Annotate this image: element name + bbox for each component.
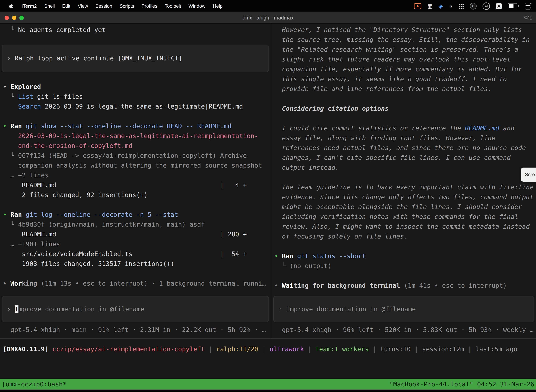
menu-scripts[interactable]: Scripts	[116, 4, 138, 9]
branch-glyph: └	[10, 221, 14, 228]
screen-share-pill[interactable]: Scre	[521, 168, 536, 182]
prompt-glyph: ›	[7, 305, 11, 313]
text-cursor: I	[14, 305, 19, 313]
omx-ralph-counter: ralph:11/20	[216, 345, 258, 353]
blue-app-icon[interactable]: ◈	[439, 3, 443, 9]
branch-glyph: └	[10, 26, 14, 33]
omx-branch: cczip/essay/ai-reimplementation-copyleft	[53, 345, 205, 353]
input-placeholder: Improve documentation in @filename	[286, 305, 416, 313]
reasoning-heading: Considering citation options	[274, 104, 536, 113]
bullet-glyph: •	[3, 280, 7, 287]
gauge-icon[interactable]: .61	[483, 2, 490, 10]
minimize-button[interactable]	[12, 16, 16, 20]
no-agents-text: No agents completed yet	[18, 26, 106, 33]
readme-link: README.md	[465, 125, 499, 132]
close-button[interactable]	[5, 16, 9, 20]
screen-recording-indicator-icon[interactable]	[414, 3, 421, 9]
list-label: List	[18, 93, 34, 100]
control-center-icon[interactable]	[525, 3, 531, 9]
prompt-glyph: ›	[278, 305, 282, 313]
omx-team: team:1 workers	[315, 345, 368, 353]
battery-icon[interactable]	[508, 3, 519, 9]
dark-app-icon[interactable]: ◑	[449, 3, 452, 9]
menu-help[interactable]: Help	[209, 4, 226, 9]
working-shimmer: Wor	[10, 280, 22, 287]
menu-window[interactable]: Window	[185, 4, 209, 9]
git-log-command: git log --oneline --decorate -n 5 --stat	[26, 211, 178, 218]
show-more-line: … +2 lines	[3, 170, 271, 180]
log-more-line: … +1901 lines	[3, 239, 271, 249]
reasoning-paragraph-1: However, I noticed the "Directory Struct…	[274, 25, 536, 94]
bullet-glyph: •	[274, 252, 278, 260]
bullet-glyph: •	[274, 282, 278, 289]
prompt-glyph: ›	[7, 55, 11, 62]
tmux-session-window: [omx-cczip0:bash*	[2, 381, 67, 388]
bullet-glyph: •	[3, 83, 7, 90]
omx-mode: ultrawork	[270, 345, 304, 353]
right-terminal-pane[interactable]: However, I noticed the "Directory Struct…	[271, 23, 536, 338]
menu-shell[interactable]: Shell	[41, 4, 58, 9]
show-arg-line-2: and-the-erosion-of-copyleft.md	[3, 141, 271, 151]
no-agents-line: └No agents completed yet	[3, 25, 271, 35]
omx-session-time: session:12m	[422, 345, 464, 353]
ran-git-status-line: •Rangit status --short	[274, 251, 536, 261]
show-stat-line: README.md | 4 +	[3, 180, 271, 190]
keyboard-icon[interactable]: ▦	[427, 3, 433, 9]
right-session-status: gpt-5.4 xhigh · 96% left · 520K in · 5.8…	[274, 325, 536, 335]
traffic-lights	[0, 16, 24, 20]
tmux-status-bar: [omx-cczip0:bash* "MacBook-Pro-44.local"…	[0, 379, 536, 390]
search-arg: 2026-03-09-is-legal-the-same-as-legitima…	[45, 103, 243, 110]
working-status-line: •Working(11m 13s • esc to interrupt) · 1…	[3, 279, 271, 288]
branch-glyph: └	[10, 93, 14, 100]
inject-banner: ›Ralph loop active continue [OMX_TMUX_IN…	[2, 45, 269, 72]
log-stat-line-1: README.md | 280 +	[3, 229, 271, 239]
terminal-window: └No agents completed yet ›Ralph loop act…	[0, 23, 536, 392]
menu-session[interactable]: Session	[92, 4, 116, 9]
app-grid-icon[interactable]	[458, 3, 464, 9]
show-commit-wrap-line: companion analysis without altering the …	[3, 160, 271, 170]
input-source-icon[interactable]: A	[496, 3, 502, 9]
input-placeholder: mprove documentation in @filename	[19, 305, 144, 313]
screen-bottom-gap	[0, 390, 536, 392]
tmux-host-clock: "MacBook-Pro-44.local" 04:52 31-Mar-26	[389, 381, 534, 388]
left-session-status: gpt-5.4 xhigh · main · 91% left · 2.31M …	[3, 325, 271, 335]
terminal-panes: └No agents completed yet ›Ralph loop act…	[0, 23, 536, 338]
right-prompt-input[interactable]: ›Improve documentation in @filename	[273, 296, 534, 322]
search-label: Search	[18, 103, 41, 110]
log-stat-line-2: src/voice/voiceModeEnabled.ts | 54 +	[3, 249, 271, 259]
menu-view[interactable]: View	[74, 4, 92, 9]
reasoning-paragraph-3: The team guideline is to back every impo…	[274, 182, 536, 241]
omx-status-bar: [OMX#0.11.9]cczip/essay/ai-reimplementat…	[0, 338, 536, 379]
search-line: Search2026-03-09-is-legal-the-same-as-le…	[3, 102, 271, 111]
window-title: omx --xhigh --madmax	[243, 15, 293, 21]
apple-menu-icon[interactable]	[5, 3, 18, 9]
ran-label: Ran	[282, 252, 293, 260]
ran-label: Ran	[10, 122, 22, 130]
reasoning-paragraph-2: I could cite commit statistics or refere…	[274, 123, 536, 173]
menu-profiles[interactable]: Profiles	[138, 4, 161, 9]
waiting-detail: (1m 41s • esc to interrupt)	[404, 282, 507, 289]
show-summary-line: 2 files changed, 92 insertions(+)	[3, 190, 271, 200]
git-show-command: git show --stat --oneline --decorate HEA…	[26, 122, 231, 130]
left-terminal-pane[interactable]: └No agents completed yet ›Ralph loop act…	[0, 23, 271, 338]
ran-git-show-line: •Rangit show --stat --oneline --decorate…	[3, 121, 271, 131]
menu-toolbelt[interactable]: Toolbelt	[161, 4, 185, 9]
menubar-app-name[interactable]: iTerm2	[18, 4, 41, 9]
zoom-button[interactable]	[19, 16, 24, 20]
omx-version: [OMX#0.11.9]	[3, 345, 48, 353]
menu-edit[interactable]: Edit	[58, 4, 74, 9]
bullet-glyph: •	[3, 122, 7, 130]
branch-glyph: └	[10, 152, 14, 159]
bullet-glyph: •	[3, 211, 7, 218]
log-commit-line: └4b9d30f (origin/main, instructkr/main, …	[3, 219, 271, 229]
eight-ball-icon[interactable]: 8	[470, 3, 477, 9]
left-prompt-input[interactable]: ›Improve documentation in @filename	[2, 296, 269, 322]
macos-menubar: iTerm2 Shell Edit View Session Scripts P…	[0, 0, 536, 12]
inject-text: Ralph loop active continue [OMX_TMUX_INJ…	[14, 55, 182, 62]
menubar-status-icons: ▦ ◈ ◑ 8 .61 A	[414, 2, 531, 10]
list-cmd: git ls-files	[37, 93, 83, 100]
show-arg-line-1: 2026-03-09-is-legal-the-same-as-legitima…	[3, 131, 271, 141]
omx-turns: turns:10	[380, 345, 411, 353]
log-summary-line: 1903 files changed, 513517 insertions(+)	[3, 259, 271, 269]
window-titlebar[interactable]: omx --xhigh --madmax ⌥⌘1	[0, 12, 536, 23]
